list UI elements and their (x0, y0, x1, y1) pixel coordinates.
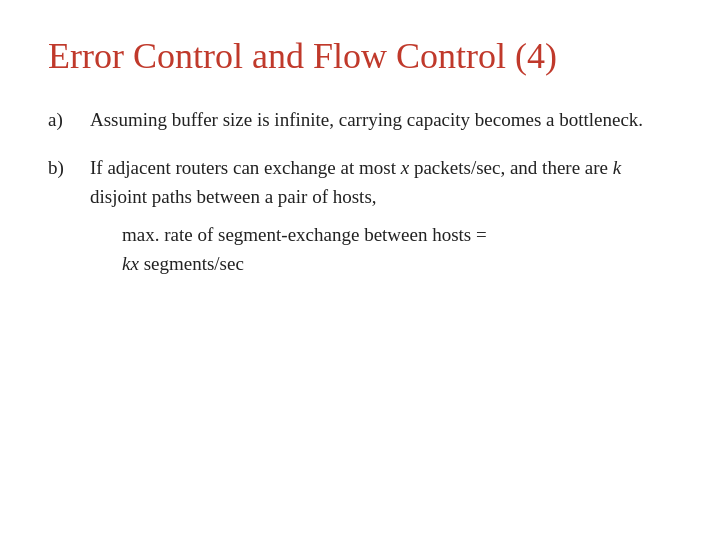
sub-text-part1: max. rate of segment-exchange between ho… (122, 224, 487, 245)
list-item-b: b) If adjacent routers can exchange at m… (48, 153, 672, 279)
list-item-a: a) Assuming buffer size is infinite, car… (48, 105, 672, 134)
list-text-b-italic1: x (401, 157, 409, 178)
list-label-a: a) (48, 105, 80, 134)
list-text-a: Assuming buffer size is infinite, carryi… (90, 105, 672, 134)
sub-item-b: max. rate of segment-exchange between ho… (122, 220, 672, 279)
sub-italic: kx (122, 253, 139, 274)
list-text-b-part2: packets/sec, and there are (409, 157, 613, 178)
list-text-b-part3: disjoint paths between a pair of hosts, (90, 186, 377, 207)
list-label-b: b) (48, 153, 80, 182)
list-text-b-part1: If adjacent routers can exchange at most (90, 157, 401, 178)
slide-title: Error Control and Flow Control (4) (48, 36, 672, 77)
sub-text-part2: segments/sec (139, 253, 244, 274)
list-text-b: If adjacent routers can exchange at most… (90, 153, 672, 279)
slide: Error Control and Flow Control (4) a) As… (0, 0, 720, 540)
list-text-b-italic2: k (613, 157, 621, 178)
content-area: a) Assuming buffer size is infinite, car… (48, 105, 672, 278)
